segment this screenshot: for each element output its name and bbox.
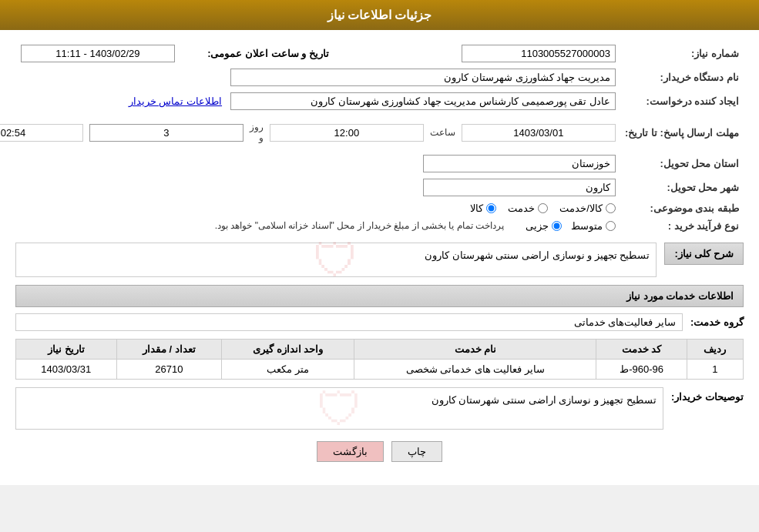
deadline-value-cell: 1403/03/01 ساعت 12:00 روز و 3 00:02:54 س… <box>0 113 620 152</box>
deadline-row: مهلت ارسال پاسخ: تا تاریخ: 1403/03/01 سا… <box>0 113 744 152</box>
province-value-cell: خوزستان <box>0 152 620 176</box>
province-box: خوزستان <box>423 155 616 172</box>
col-unit: واحد اندازه گیری <box>222 340 354 360</box>
requester-row: ایجاد کننده درخواست: عادل تقی پورصمیمی ک… <box>0 89 744 113</box>
purchase-note: پرداخت تمام یا بخشی از مبلغ خریدار از مح… <box>0 220 504 231</box>
announce-date-label-cell: تاریخ و ساعت اعلان عمومی: <box>180 42 334 65</box>
service-group-label: گروه خدمت: <box>690 316 744 328</box>
col-row: ردیف <box>687 340 743 360</box>
radio-service-label: خدمت <box>508 202 535 214</box>
purchase-type-label: نوع فرآیند خرید : <box>620 217 744 235</box>
col-name: نام خدمت <box>354 340 596 360</box>
radio-goods-service-input[interactable] <box>606 203 616 213</box>
page-header: جزئیات اطلاعات نیاز <box>0 0 759 30</box>
requester-label: ایجاد کننده درخواست: <box>620 89 744 113</box>
content-area: شماره نیاز: 1103005527000003 تاریخ و ساع… <box>0 30 759 485</box>
need-number-box: 1103005527000003 <box>462 45 616 62</box>
category-value-cell: کالا/خدمت خدمت کالا <box>0 199 620 217</box>
watermark-icon: 🛡 <box>313 233 359 286</box>
province-label: استان محل تحویل: <box>620 152 744 176</box>
button-row: چاپ بازگشت <box>15 441 744 462</box>
announce-date-label: تاریخ و ساعت اعلان عمومی: <box>207 48 329 59</box>
city-label: شهر محل تحویل: <box>620 176 744 199</box>
table-cell-row: 1 <box>687 360 743 380</box>
buyer-desc-section: توصیحات خریدار: 🛡 تسطیح تجهیز و نوسازی ا… <box>15 387 744 430</box>
purchase-type-value-cell: متوسط جزیی پرداخت تمام یا بخشی از مبلغ خ… <box>0 217 620 235</box>
table-cell-name: سایر فعالیت های خدماتی شخصی <box>354 360 596 380</box>
table-row: 1960-96-طسایر فعالیت های خدماتی شخصیمتر … <box>16 360 744 380</box>
description-section-label: شرح کلی نیاز: <box>664 243 744 265</box>
need-number-value: 1103005527000003 <box>334 42 620 65</box>
category-label: طبقه بندی موضوعی: <box>620 199 744 217</box>
radio-goods-label: کالا <box>470 202 483 214</box>
table-cell-date: 1403/03/31 <box>16 360 117 380</box>
description-container: 🛡 تسطیح تجهیز و نوسازی اراضی سنتی شهرستا… <box>15 243 657 277</box>
radio-goods[interactable]: کالا <box>470 202 496 214</box>
radio-goods-input[interactable] <box>486 203 496 213</box>
info-table: شماره نیاز: 1103005527000003 تاریخ و ساع… <box>0 42 744 235</box>
need-number-label: شماره نیاز: <box>620 42 744 65</box>
buyer-desc-box: 🛡 تسطیح تجهیز و نوسازی اراضی سنتی شهرستا… <box>15 387 663 430</box>
buyer-desc-container: 🛡 تسطیح تجهیز و نوسازی اراضی سنتی شهرستا… <box>15 387 663 430</box>
radio-partial-input[interactable] <box>552 221 562 231</box>
radio-medium-input[interactable] <box>606 221 616 231</box>
radio-medium[interactable]: متوسط <box>571 220 616 232</box>
table-header-row: ردیف کد خدمت نام خدمت واحد اندازه گیری ت… <box>16 340 744 360</box>
requester-value-cell: عادل تقی پورصمیمی کارشناس مدیریت جهاد کش… <box>0 89 620 113</box>
service-group-value: سایر فعالیت‌های خدماتی <box>15 313 683 331</box>
city-box: کارون <box>423 179 616 196</box>
announce-date-value-cell: 1403/02/29 - 11:11 <box>0 42 180 65</box>
deadline-time-label: ساعت <box>430 127 455 138</box>
radio-partial-label: جزیی <box>526 220 549 232</box>
deadline-time-box: 12:00 <box>270 124 424 142</box>
buyer-org-label: نام دستگاه خریدار: <box>620 65 744 89</box>
buyer-org-value-cell: مدیریت جهاد کشاورزی شهرستان کارون <box>0 65 620 89</box>
col-date: تاریخ نیاز <box>16 340 117 360</box>
deadline-days-label: روز و <box>250 122 264 143</box>
deadline-remaining-box: 00:02:54 <box>0 124 83 142</box>
watermark-icon-2: 🛡 <box>317 382 363 435</box>
radio-partial[interactable]: جزیی <box>526 220 562 232</box>
purchase-type-row: نوع فرآیند خرید : متوسط جزیی <box>0 217 744 235</box>
table-header: ردیف کد خدمت نام خدمت واحد اندازه گیری ت… <box>16 340 744 360</box>
table-body: 1960-96-طسایر فعالیت های خدماتی شخصیمتر … <box>16 360 744 380</box>
radio-goods-service[interactable]: کالا/خدمت <box>559 202 616 214</box>
page-title: جزئیات اطلاعات نیاز <box>327 8 432 22</box>
need-number-row: شماره نیاز: 1103005527000003 تاریخ و ساع… <box>0 42 744 65</box>
deadline-label: مهلت ارسال پاسخ: تا تاریخ: <box>620 113 744 152</box>
radio-service[interactable]: خدمت <box>508 202 548 214</box>
city-row: شهر محل تحویل: کارون <box>0 176 744 199</box>
description-section: شرح کلی نیاز: 🛡 تسطیح تجهیز و نوسازی ارا… <box>15 243 744 277</box>
radio-service-input[interactable] <box>538 203 548 213</box>
description-box: 🛡 تسطیح تجهیز و نوسازی اراضی سنتی شهرستا… <box>15 243 657 277</box>
city-value-cell: کارون <box>0 176 620 199</box>
service-group-row: گروه خدمت: سایر فعالیت‌های خدماتی <box>15 313 744 331</box>
table-cell-code: 960-96-ط <box>596 360 687 380</box>
back-button[interactable]: بازگشت <box>317 441 384 462</box>
services-header: اطلاعات خدمات مورد نیاز <box>15 285 744 307</box>
print-button[interactable]: چاپ <box>391 441 442 462</box>
deadline-days-box: 3 <box>89 124 243 142</box>
deadline-date-box: 1403/03/01 <box>462 124 616 142</box>
radio-medium-label: متوسط <box>571 220 603 232</box>
contact-link[interactable]: اطلاعات تماس خریدار <box>129 95 222 107</box>
buyer-desc-text: تسطیح تجهیز و نوسازی اراضی سنتی شهرستان … <box>432 394 657 406</box>
province-row: استان محل تحویل: خوزستان <box>0 152 744 176</box>
col-quantity: تعداد / مقدار <box>116 340 222 360</box>
buyer-org-row: نام دستگاه خریدار: مدیریت جهاد کشاورزی ش… <box>0 65 744 89</box>
table-cell-quantity: 26710 <box>116 360 222 380</box>
radio-goods-service-label: کالا/خدمت <box>559 202 603 214</box>
col-code: کد خدمت <box>596 340 687 360</box>
category-row: طبقه بندی موضوعی: کالا/خدمت خدمت <box>0 199 744 217</box>
description-text: تسطیح تجهیز و نوسازی اراضی سنتی شهرستان … <box>425 249 650 261</box>
buyer-org-box: مدیریت جهاد کشاورزی شهرستان کارون <box>230 69 616 86</box>
announce-date-box: 1403/02/29 - 11:11 <box>21 45 175 62</box>
page-wrapper: جزئیات اطلاعات نیاز شماره نیاز: 11030055… <box>0 0 759 485</box>
table-cell-unit: متر مکعب <box>222 360 354 380</box>
requester-box: عادل تقی پورصمیمی کارشناس مدیریت جهاد کش… <box>230 92 616 110</box>
buyer-desc-label: توصیحات خریدار: <box>671 387 744 403</box>
services-section: اطلاعات خدمات مورد نیاز گروه خدمت: سایر … <box>15 285 744 430</box>
services-data-table: ردیف کد خدمت نام خدمت واحد اندازه گیری ت… <box>15 339 744 380</box>
